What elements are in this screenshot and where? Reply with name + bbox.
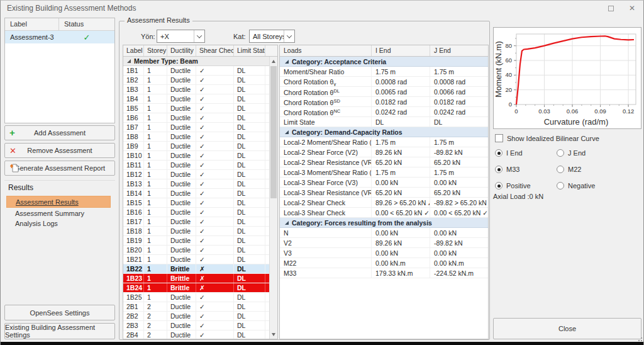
table-row[interactable]: V289.26 kN-89.82 kN <box>280 238 488 248</box>
table-row[interactable]: M220.00 kN.m0.00 kN.m <box>280 258 488 268</box>
radio-negative[interactable]: Negative <box>557 182 595 189</box>
table-row[interactable]: 1B211Ductile✓DL <box>123 255 269 264</box>
bilinear-curve-checkbox[interactable]: Show Idealized Bilinear Curve <box>495 134 599 142</box>
table-row[interactable]: 1B71Ductile✓DL <box>123 123 269 132</box>
cell-label: 1B10 <box>123 151 144 160</box>
table-row[interactable]: 1B251Ductile✓DL <box>123 293 269 302</box>
cell-i-end: 89.26 > 65.20 kN ✗ <box>372 198 430 207</box>
table-row[interactable]: Chord Rotation θDL0.0065 rad0.0066 rad <box>280 87 488 97</box>
table-row[interactable]: 2B42Ductile✓DL <box>123 331 269 339</box>
table-row[interactable]: Local-2 Shear Check89.26 > 65.20 kN ✗-89… <box>280 198 488 208</box>
existing-building-settings-button[interactable]: Existing Building Assessment Settings <box>4 323 115 339</box>
table-row[interactable]: 1B121Ductile✓DL <box>123 170 269 179</box>
cell-load-name: V2 <box>280 238 372 247</box>
remove-assessment-button[interactable]: ✕ Remove Assessment <box>4 143 115 158</box>
radio-m22[interactable]: M22 <box>557 166 581 173</box>
storey-select[interactable]: All Storeys <box>249 30 295 43</box>
scroll-down-icon[interactable] <box>270 330 277 339</box>
add-assessment-button[interactable]: + Add Assessment <box>4 125 115 140</box>
sidebar-item-assessment-summary[interactable]: Assessment Summary <box>15 210 84 217</box>
cell-shear-check: ✓ <box>196 255 234 264</box>
table-row[interactable]: N0.00 kN0.00 kN <box>280 228 488 238</box>
table-row[interactable]: 2B22Ductile✓DL <box>123 312 269 321</box>
cell-ductility: Brittle <box>167 264 196 273</box>
table-row[interactable]: Chord Rotation θNC0.0242 rad0.0242 rad <box>280 107 488 117</box>
table-row[interactable]: 1B191Ductile✓DL <box>123 236 269 246</box>
table-row[interactable]: M33179.33 kN.m-224.52 kN.m <box>280 268 488 278</box>
cell-ductility: Ductile <box>167 170 196 179</box>
table-row[interactable]: 1B21Ductile✓DL <box>123 76 269 85</box>
table-row[interactable]: Chord Rotation θy0.0008 rad0.0008 rad <box>280 77 488 87</box>
table-row[interactable]: 1B41Ductile✓DL <box>123 94 269 104</box>
table-row[interactable]: 1B51Ductile✓DL <box>123 104 269 113</box>
category-row[interactable]: Category: Forces resulting from the anal… <box>280 218 488 228</box>
direction-select[interactable]: +X <box>157 30 205 43</box>
table-row[interactable]: 1B181Ductile✓DL <box>123 227 269 236</box>
cell-storey: 1 <box>144 283 167 292</box>
table-row[interactable]: 1B241Brittle✗DL <box>123 283 269 293</box>
radio-m33[interactable]: M33 <box>495 166 519 173</box>
table-row[interactable]: Local-3 Shear Resistance (VR3)65.20 kN65… <box>280 188 488 198</box>
scroll-up-icon[interactable] <box>270 57 277 65</box>
radio-j-end[interactable]: J End <box>557 149 586 157</box>
table-row[interactable]: 1B161Ductile✓DL <box>123 208 269 217</box>
table-row[interactable]: 1B171Ductile✓DL <box>123 217 269 227</box>
close-button[interactable]: Close <box>493 318 641 339</box>
table-row[interactable]: 1B231Brittle✗DL <box>123 274 269 283</box>
cell-j-end: 1.75 m <box>430 167 488 177</box>
table-row[interactable]: 1B61Ductile✓DL <box>123 113 269 123</box>
cell-i-end: 0.00 kN.m <box>372 258 430 268</box>
cell-j-end: -89.82 kN <box>430 147 488 157</box>
member-table-scrollbar[interactable] <box>269 57 277 339</box>
table-row[interactable]: Limit StateDLDL <box>280 117 488 127</box>
generate-report-button[interactable]: Generate Assessment Report <box>4 161 115 176</box>
sidebar-item-analysis-logs[interactable]: Analysis Logs <box>15 220 58 227</box>
sidebar-item-assessment-results[interactable]: Assessment Results <box>6 196 111 208</box>
assessment-row[interactable]: Assessment-3 ✓ <box>5 31 114 43</box>
close-window-button[interactable]: ✕ <box>626 3 638 13</box>
table-row[interactable]: Local-2 Shear Resistance (VR2)65.20 kN65… <box>280 157 488 167</box>
resize-grip[interactable] <box>641 340 642 341</box>
cell-storey: 1 <box>144 76 167 84</box>
category-row[interactable]: Category: Acceptance Criteria <box>280 57 488 67</box>
cell-ductility: Ductile <box>167 104 196 113</box>
category-row[interactable]: Category: Demand-Capacity Ratios <box>280 127 488 137</box>
radio-positive[interactable]: Positive <box>495 182 531 189</box>
table-row[interactable]: 1B31Ductile✓DL <box>123 85 269 94</box>
table-row[interactable]: Local-3 Shear Force (V3)0.00 kN0.00 kN <box>280 178 488 188</box>
table-row[interactable]: 1B141Ductile✓DL <box>123 189 269 198</box>
table-row[interactable]: 1B221Brittle✗DL <box>123 264 269 274</box>
opensees-settings-button[interactable]: OpenSees Settings <box>4 305 115 320</box>
maximize-button[interactable] <box>605 3 616 13</box>
radio-i-end[interactable]: I End <box>495 149 523 157</box>
member-group-row[interactable]: Member Type: Beam <box>123 57 269 66</box>
expander-icon <box>285 60 289 64</box>
cell-i-end: 65.20 kN <box>372 188 430 197</box>
table-row[interactable]: Local-2 Moment/Shear Ratio (Lv2)1.75 m1.… <box>280 137 488 147</box>
table-row[interactable]: V30.00 kN0.00 kN <box>280 248 488 258</box>
close-icon: ✕ <box>629 4 635 13</box>
table-row[interactable]: 1B111Ductile✓DL <box>123 161 269 170</box>
table-row[interactable]: Local-2 Shear Force (V2)89.26 kN-89.82 k… <box>280 147 488 157</box>
scrollbar-thumb[interactable] <box>270 66 277 198</box>
table-row[interactable]: 2B12Ductile✓DL <box>123 302 269 312</box>
cell-j-end: 65.20 kN <box>430 188 488 197</box>
cell-shear-check: ✓ <box>196 94 234 103</box>
chevron-down-icon <box>284 30 294 42</box>
table-row[interactable]: 1B101Ductile✓DL <box>123 151 269 161</box>
table-row[interactable]: Local-3 Moment/Shear Ratio (Lv3)1.75 m1.… <box>280 167 488 178</box>
table-row[interactable]: 1B151Ductile✓DL <box>123 198 269 208</box>
table-row[interactable]: Local-3 Shear Check0.00 < 65.20 kN ✓0.00… <box>280 208 488 218</box>
cell-limit-state: DL <box>234 283 265 292</box>
table-row[interactable]: 2B32Ductile✓DL <box>123 321 269 331</box>
table-row[interactable]: Moment/Shear Ratio1.75 m1.75 m <box>280 67 488 77</box>
table-row[interactable]: 1B81Ductile✓DL <box>123 132 269 142</box>
table-row[interactable]: Chord Rotation θSD0.0182 rad0.0182 rad <box>280 97 488 107</box>
svg-text:Moment (kN.m): Moment (kN.m) <box>494 41 503 98</box>
table-row[interactable]: 1B11Ductile✓DL <box>123 66 269 76</box>
table-row[interactable]: 1B201Ductile✓DL <box>123 246 269 255</box>
table-row[interactable]: 1B91Ductile✓DL <box>123 142 269 151</box>
cell-label: 1B1 <box>123 66 144 75</box>
cell-limit-state: DL <box>234 246 265 254</box>
table-row[interactable]: 1B131Ductile✓DL <box>123 179 269 189</box>
